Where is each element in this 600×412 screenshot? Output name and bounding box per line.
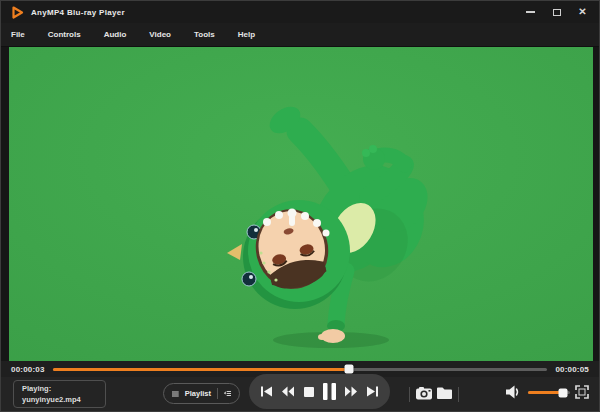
fast-forward-button[interactable] <box>345 383 357 401</box>
elapsed-time: 00:00:03 <box>11 365 45 374</box>
title-bar: AnyMP4 Blu-ray Player ✕ <box>1 1 599 23</box>
hamburger-list-icon <box>172 390 179 398</box>
camera-icon <box>416 387 433 400</box>
seek-bar-fill <box>53 368 350 371</box>
playlist-button[interactable]: Playlist <box>163 383 240 404</box>
total-time: 00:00:05 <box>555 365 589 374</box>
previous-button[interactable] <box>261 383 273 401</box>
open-file-button[interactable] <box>437 387 452 399</box>
close-button[interactable]: ✕ <box>576 6 589 19</box>
window-title: AnyMP4 Blu-ray Player <box>31 8 125 17</box>
speaker-icon <box>506 385 520 399</box>
divider-left <box>409 387 410 402</box>
now-playing-label: Playing: <box>22 384 97 395</box>
app-logo-play-icon <box>11 6 24 19</box>
transport-controls <box>249 374 390 409</box>
folder-icon <box>437 387 452 399</box>
video-display[interactable] <box>9 47 593 361</box>
now-playing-filename: yunyinyue2.mp4 <box>22 395 97 406</box>
maximize-button[interactable] <box>550 6 563 19</box>
now-playing-box: Playing: yunyinyue2.mp4 <box>13 380 106 408</box>
pause-button[interactable] <box>323 383 336 401</box>
menu-audio[interactable]: Audio <box>104 25 127 44</box>
rewind-button[interactable] <box>282 383 294 401</box>
video-frame-dancing-character <box>9 47 593 361</box>
control-bar: Playing: yunyinyue2.mp4 Playlist <box>1 377 599 411</box>
next-button[interactable] <box>366 383 378 401</box>
fullscreen-button[interactable] <box>575 385 589 399</box>
menu-video[interactable]: Video <box>149 25 171 44</box>
playlist-label: Playlist <box>185 389 211 398</box>
menu-controls[interactable]: Controls <box>48 25 81 44</box>
volume-handle[interactable] <box>559 388 568 397</box>
seek-handle[interactable] <box>345 365 354 374</box>
playlist-divider <box>217 388 218 399</box>
playlist-mode-icon[interactable] <box>224 389 231 398</box>
minimize-button[interactable] <box>524 6 537 19</box>
divider-right <box>458 387 459 402</box>
menu-help[interactable]: Help <box>238 25 255 44</box>
player-window: AnyMP4 Blu-ray Player ✕ File Controls Au… <box>0 0 600 412</box>
stop-button[interactable] <box>303 383 315 401</box>
mute-button[interactable] <box>506 385 520 399</box>
menu-tools[interactable]: Tools <box>194 25 215 44</box>
snapshot-button[interactable] <box>416 387 433 400</box>
window-controls: ✕ <box>524 6 589 19</box>
seek-bar[interactable] <box>53 368 548 371</box>
menu-bar: File Controls Audio Video Tools Help <box>1 23 599 47</box>
menu-file[interactable]: File <box>11 25 25 44</box>
fullscreen-icon <box>575 385 589 399</box>
volume-slider[interactable] <box>528 391 570 394</box>
